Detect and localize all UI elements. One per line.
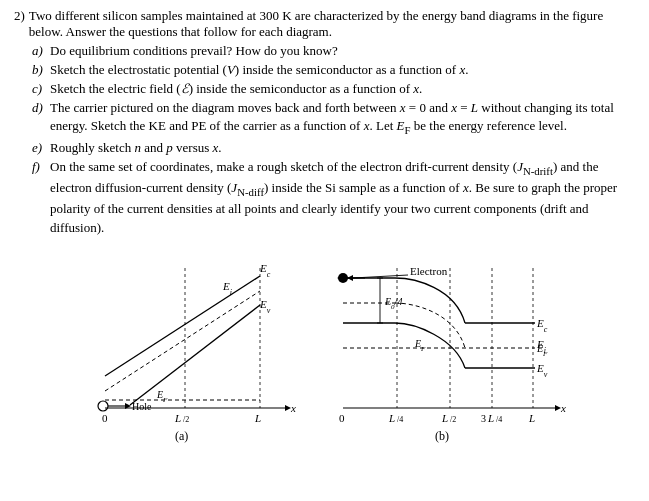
svg-line-4 bbox=[105, 291, 260, 391]
svg-text:Hole: Hole bbox=[132, 401, 152, 412]
item-c: c) Sketch the electric field (ℰ) inside … bbox=[32, 80, 635, 99]
svg-text:0: 0 bbox=[102, 412, 108, 424]
item-e: e) Roughly sketch n and p versus x. bbox=[32, 139, 635, 158]
svg-text:(b): (b) bbox=[435, 429, 449, 443]
svg-text:L: L bbox=[388, 412, 395, 424]
svg-text:Ev: Ev bbox=[259, 298, 271, 315]
text-f: On the same set of coordinates, make a r… bbox=[50, 158, 635, 238]
svg-text:Ec: Ec bbox=[536, 317, 548, 334]
question-container: 2) Two different silicon samples maintai… bbox=[14, 8, 635, 238]
item-d: d) The carrier pictured on the diagram m… bbox=[32, 99, 635, 139]
svg-text:x: x bbox=[560, 402, 566, 414]
svg-text:EF: EF bbox=[536, 343, 548, 358]
svg-line-8 bbox=[130, 305, 260, 405]
label-a: a) bbox=[32, 42, 48, 61]
svg-text:L: L bbox=[254, 412, 261, 424]
svg-text:EF: EF bbox=[414, 338, 426, 353]
item-a: a) Do equilibrium conditions prevail? Ho… bbox=[32, 42, 635, 61]
svg-point-10 bbox=[98, 401, 108, 411]
svg-text:/2: /2 bbox=[183, 415, 189, 424]
svg-text:Ei: Ei bbox=[222, 280, 232, 297]
svg-text:x: x bbox=[290, 402, 296, 414]
svg-text:L: L bbox=[174, 412, 181, 424]
diagram-a: Ec Ei EF Ev Hole bbox=[75, 248, 305, 448]
question-intro: Two different silicon samples maintained… bbox=[29, 8, 635, 40]
svg-line-2 bbox=[105, 276, 260, 376]
text-b: Sketch the electrostatic potential (V) i… bbox=[50, 61, 468, 80]
item-b: b) Sketch the electrostatic potential (V… bbox=[32, 61, 635, 80]
svg-text:Electron: Electron bbox=[410, 265, 448, 277]
svg-text:L: L bbox=[528, 412, 535, 424]
label-f: f) bbox=[32, 158, 48, 238]
svg-text:(a): (a) bbox=[175, 429, 188, 443]
label-c: c) bbox=[32, 80, 48, 99]
question-header: 2) Two different silicon samples maintai… bbox=[14, 8, 635, 40]
svg-text:/2: /2 bbox=[450, 415, 456, 424]
svg-text:Ev: Ev bbox=[536, 362, 548, 379]
item-f: f) On the same set of coordinates, make … bbox=[32, 158, 635, 238]
text-a: Do equilibrium conditions prevail? How d… bbox=[50, 42, 338, 61]
label-e: e) bbox=[32, 139, 48, 158]
svg-text:0: 0 bbox=[339, 412, 345, 424]
text-d: The carrier pictured on the diagram move… bbox=[50, 99, 635, 139]
question-number: 2) bbox=[14, 8, 25, 40]
diagram-b: Ec EF E0/4 Ei bbox=[315, 248, 575, 448]
label-b: b) bbox=[32, 61, 48, 80]
text-c: Sketch the electric field (ℰ) inside the… bbox=[50, 80, 422, 99]
text-e: Roughly sketch n and p versus x. bbox=[50, 139, 222, 158]
diagram-b-svg: Ec EF E0/4 Ei bbox=[315, 248, 575, 448]
svg-text:/4: /4 bbox=[397, 415, 403, 424]
svg-text:L: L bbox=[487, 412, 494, 424]
sub-items: a) Do equilibrium conditions prevail? Ho… bbox=[32, 42, 635, 238]
diagram-a-svg: Ec Ei EF Ev Hole bbox=[75, 248, 305, 448]
svg-text:L: L bbox=[441, 412, 448, 424]
diagrams-row: Ec Ei EF Ev Hole bbox=[14, 248, 635, 448]
svg-text:Ec: Ec bbox=[259, 262, 271, 279]
svg-marker-43 bbox=[347, 275, 353, 281]
svg-text:EF: EF bbox=[156, 389, 168, 404]
label-d: d) bbox=[32, 99, 48, 139]
svg-text:3: 3 bbox=[481, 413, 486, 424]
svg-text:/4: /4 bbox=[496, 415, 502, 424]
